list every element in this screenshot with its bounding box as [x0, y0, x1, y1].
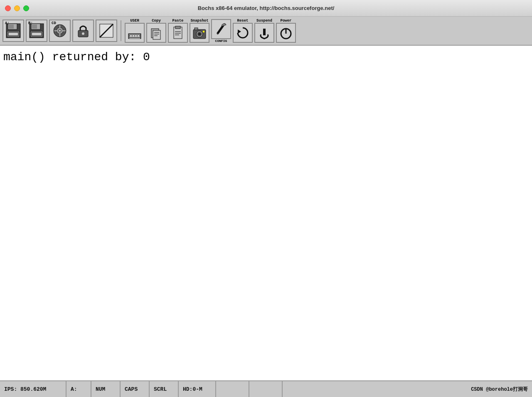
toolbar-divider-1 [121, 20, 121, 41]
copy-label: Copy [152, 19, 161, 23]
status-bar: IPS: 850.620M A: NUM CAPS SCRL HD:0-M CS… [0, 380, 532, 397]
svg-rect-4 [8, 32, 18, 36]
svg-rect-32 [175, 31, 181, 32]
power-button[interactable]: Power [276, 19, 296, 43]
csdn-watermark: CSDN @borehole打洞哥 [467, 381, 532, 397]
reset-icon [233, 23, 253, 43]
svg-rect-28 [154, 34, 159, 34]
cdrom-label: CD [52, 21, 56, 25]
suspend-label: Suspend [256, 19, 272, 23]
suspend-button[interactable]: Suspend [254, 19, 274, 43]
svg-rect-34 [175, 34, 179, 35]
suspend-icon [254, 23, 274, 43]
user-icon [125, 23, 145, 43]
svg-rect-42 [263, 29, 266, 35]
usb-icon [75, 23, 91, 39]
svg-point-38 [198, 33, 201, 35]
slash-icon-button[interactable] [96, 20, 117, 42]
svg-rect-31 [175, 26, 180, 29]
reset-button[interactable]: Reset [233, 19, 253, 43]
close-button[interactable] [5, 5, 11, 11]
usb-button[interactable] [72, 20, 94, 42]
toolbar: A: B: CD [0, 17, 532, 46]
drive-b-label: B: [28, 21, 33, 25]
slash-icon [99, 23, 114, 39]
snapshot-icon [190, 23, 209, 43]
drive-a-status: A: [66, 381, 91, 397]
svg-rect-23 [135, 35, 137, 37]
reset-label: Reset [237, 19, 248, 23]
svg-rect-18 [129, 34, 140, 35]
svg-point-14 [82, 32, 84, 35]
svg-rect-22 [133, 35, 134, 37]
ips-display: IPS: 850.620M [0, 381, 66, 397]
empty-status-1 [216, 381, 249, 397]
power-label: Power [280, 19, 291, 23]
maximize-button[interactable] [23, 5, 29, 11]
copy-button[interactable]: Copy [146, 19, 166, 43]
svg-rect-33 [175, 33, 181, 34]
drive-b-button[interactable]: B: [26, 20, 47, 42]
snapshot-label: Snapshot [190, 19, 208, 23]
title-bar: Bochs x86-64 emulator, http://bochs.sour… [0, 0, 532, 17]
svg-point-12 [59, 29, 61, 32]
user-button[interactable]: USER [125, 19, 145, 43]
num-lock-status: NUM [91, 381, 121, 397]
power-icon [276, 23, 296, 43]
window-title: Bochs x86-64 emulator, http://bochs.sour… [198, 5, 335, 11]
hd-status: HD:0-M [179, 381, 216, 397]
svg-rect-27 [154, 32, 159, 33]
svg-rect-24 [138, 35, 139, 37]
config-icon [211, 19, 231, 39]
empty-status-2 [249, 381, 283, 397]
user-label: USER [130, 19, 139, 23]
drive-a-label: A: [5, 21, 10, 25]
config-label: CONFIG [215, 39, 227, 43]
paste-button[interactable]: Paste [168, 19, 188, 43]
snapshot-button[interactable]: Snapshot [190, 19, 209, 43]
config-button[interactable]: CONFIG [211, 19, 231, 43]
scroll-lock-status: SCRL [150, 381, 179, 397]
svg-rect-40 [203, 31, 204, 32]
svg-rect-21 [130, 35, 132, 37]
svg-marker-41 [238, 29, 241, 34]
drive-a-button[interactable]: A: [2, 20, 24, 42]
minimize-button[interactable] [14, 5, 20, 11]
main-content: main() returned by: 0 [0, 46, 532, 380]
svg-rect-39 [195, 28, 198, 30]
copy-icon [146, 23, 166, 43]
svg-rect-26 [153, 30, 160, 39]
caps-lock-status: CAPS [121, 381, 150, 397]
window-controls [5, 5, 29, 11]
terminal-output: main() returned by: 0 [3, 50, 529, 65]
paste-label: Paste [172, 19, 183, 23]
svg-rect-20 [129, 38, 140, 39]
cdrom-button[interactable]: CD [49, 20, 71, 42]
svg-rect-9 [32, 32, 42, 36]
paste-icon [168, 23, 188, 43]
svg-rect-29 [154, 35, 158, 36]
